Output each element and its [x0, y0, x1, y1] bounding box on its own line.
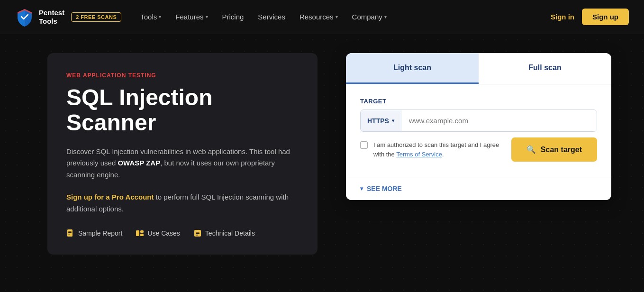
nav-resources[interactable]: Resources ▾	[299, 13, 338, 21]
right-panel: Light scan Full scan Target HTTPS ▾ I am…	[346, 53, 611, 200]
tab-light-scan[interactable]: Light scan	[346, 53, 479, 84]
chevron-down-icon: ▾	[206, 14, 208, 19]
chevron-down-icon: ▾	[336, 14, 338, 19]
terms-text: I am authorized to scan this target and …	[373, 140, 504, 159]
left-panel: WEB APPLICATION TESTING SQL Injection Sc…	[47, 53, 317, 255]
tool-title: SQL Injection Scanner	[66, 85, 299, 136]
details-icon	[193, 229, 202, 237]
free-scans-badge[interactable]: 2 FREE SCANS	[71, 12, 121, 22]
logo-text: Pentest Tools	[39, 9, 64, 26]
nav-actions: Sign in Sign up	[551, 9, 629, 25]
search-icon: 🔍	[526, 145, 536, 154]
promo-text: Sign up for a Pro Account to perform ful…	[66, 192, 299, 215]
protocol-select[interactable]: HTTPS ▾	[361, 110, 401, 131]
see-more-label: SEE MORE	[367, 185, 402, 192]
usecases-icon	[136, 229, 144, 237]
target-label: Target	[360, 98, 597, 105]
category-label: WEB APPLICATION TESTING	[66, 72, 299, 79]
bottom-links: Sample Report Use Cases Technical Detail…	[66, 229, 299, 237]
chevron-down-icon: ▾	[159, 14, 161, 19]
promo-link[interactable]: Sign up for a Pro Account	[66, 193, 154, 201]
svg-rect-6	[140, 234, 144, 236]
svg-rect-10	[196, 235, 198, 236]
main-content: WEB APPLICATION TESTING SQL Injection Sc…	[0, 34, 644, 274]
sign-up-button[interactable]: Sign up	[582, 9, 629, 25]
logo-link[interactable]: Pentest Tools	[15, 8, 64, 27]
svg-rect-1	[68, 231, 72, 232]
logo-icon	[15, 8, 34, 27]
tab-full-scan[interactable]: Full scan	[479, 53, 611, 84]
technical-details-link[interactable]: Technical Details	[193, 229, 255, 237]
nav-services[interactable]: Services	[258, 13, 285, 21]
scan-btn-label: Scan target	[541, 146, 582, 154]
use-cases-label: Use Cases	[147, 229, 180, 237]
terms-checkbox[interactable]	[360, 141, 368, 149]
sample-report-label: Sample Report	[78, 229, 122, 237]
svg-rect-9	[196, 233, 200, 234]
svg-rect-8	[196, 232, 200, 233]
technical-details-label: Technical Details	[205, 229, 255, 237]
svg-rect-2	[68, 232, 72, 233]
use-cases-link[interactable]: Use Cases	[136, 229, 180, 237]
report-icon	[66, 229, 75, 237]
target-input-row: HTTPS ▾	[360, 110, 597, 132]
nav-tools[interactable]: Tools ▾	[140, 13, 161, 21]
svg-rect-4	[136, 230, 139, 236]
sign-in-button[interactable]: Sign in	[551, 13, 574, 21]
scan-target-button[interactable]: 🔍 Scan target	[511, 137, 597, 162]
action-row: I am authorized to scan this target and …	[360, 132, 597, 167]
url-input[interactable]	[401, 110, 597, 131]
svg-rect-5	[140, 230, 144, 233]
chevron-down-icon: ▾	[384, 14, 387, 19]
tool-description: Discover SQL Injection vulnerabilities i…	[66, 146, 299, 181]
nav-pricing[interactable]: Pricing	[222, 13, 244, 21]
see-more-row[interactable]: ▾ SEE MORE	[346, 177, 611, 200]
nav-company[interactable]: Company ▾	[352, 13, 387, 21]
sample-report-link[interactable]: Sample Report	[66, 229, 122, 237]
nav-features[interactable]: Features ▾	[175, 13, 208, 21]
chevron-down-icon: ▾	[392, 118, 394, 123]
chevron-down-icon: ▾	[360, 185, 363, 192]
terms-row: I am authorized to scan this target and …	[360, 140, 504, 159]
terms-link[interactable]: Terms of Service	[396, 151, 442, 158]
protocol-value: HTTPS	[367, 117, 389, 125]
navbar: Pentest Tools 2 FREE SCANS Tools ▾ Featu…	[0, 0, 644, 34]
svg-rect-3	[68, 234, 70, 235]
nav-links: Tools ▾ Features ▾ Pricing Services Reso…	[140, 13, 551, 21]
scan-form-body: Target HTTPS ▾ I am authorized to scan t…	[346, 84, 611, 177]
scan-tabs: Light scan Full scan	[346, 53, 611, 84]
